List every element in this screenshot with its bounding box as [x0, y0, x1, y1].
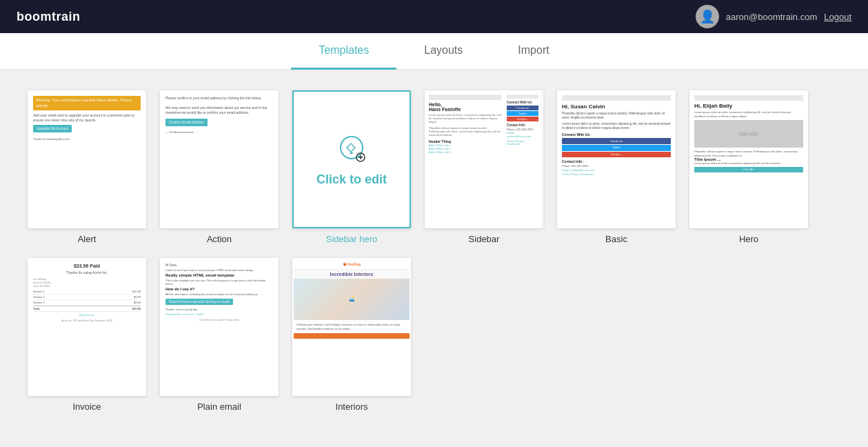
template-thumb-hero[interactable]: Hi, Elijah Baily Lorem ipsum dolor sit a… — [689, 90, 808, 228]
template-item-sidebar[interactable]: Hello,Hans Fastoffe Lorem ipsum dolor si… — [425, 90, 543, 244]
tab-layouts[interactable]: Layouts — [396, 33, 490, 70]
click-to-edit-text: Click to edit — [316, 172, 387, 187]
basic-contact-label: Contact Info: — [562, 159, 671, 164]
template-thumb-sidebar-hero[interactable]: Click to edit — [292, 90, 411, 228]
sidebar-side-panel: Connect With Us: Facebook Twitter Google… — [504, 92, 542, 227]
template-preview-alert: Warning: Your subscription requires thes… — [29, 92, 145, 146]
app-header: boomtrain 👤 aaron@boomtrain.com Logout — [0, 0, 868, 33]
hero-hi-text: Hi, Elijah Baily — [694, 103, 803, 109]
template-item-plain-email[interactable]: Hi Paris, I want to ask if you want to s… — [160, 258, 279, 412]
template-item-sidebar-hero[interactable]: Click to edit Sidebar hero — [292, 90, 411, 244]
template-thumb-action[interactable]: Please confirm in your email address by … — [160, 90, 279, 228]
basic-facebook-btn: Facebook — [562, 138, 671, 144]
template-preview-sidebar: Hello,Hans Fastoffe Lorem ipsum dolor si… — [426, 92, 542, 227]
plain-title: Really simple HTML email template — [165, 273, 273, 277]
sidebar-footer-links: Terms | Privacy | Unsubscribe — [507, 140, 538, 146]
invoice-row-3: Service 3$9.00 — [33, 300, 141, 306]
basic-google-btn: Google + — [562, 152, 671, 158]
hero-body-text3: Lorem ipsum dolor sit amet consectetur a… — [694, 161, 803, 166]
interiors-logo: 🦊 FoxDog — [343, 262, 361, 266]
template-preview-basic: Hi, Susan Caivin Phasellus dictum sapien… — [558, 92, 674, 180]
template-label-action: Action — [207, 234, 232, 244]
template-thumb-invoice[interactable]: $33.96 Paid Thanks for using Acme Inc. L… — [28, 258, 146, 396]
template-item-interiors[interactable]: 🦊 FoxDog Incredible Interiors 🛋️ Pellent… — [292, 258, 411, 412]
plain-hi: Hi Paris, — [165, 264, 273, 267]
sidebar-body-text: Lorem ipsum dolor sit amet, consectetur … — [429, 113, 501, 124]
template-label-sidebar: Sidebar — [469, 234, 500, 244]
template-preview-invoice: $33.96 Paid Thanks for using Acme Inc. L… — [29, 259, 145, 326]
template-thumb-plain-email[interactable]: Hi Paris, I want to ask if you want to s… — [160, 258, 279, 396]
basic-footer-links: Terms | Privacy | Unsubscribe — [562, 173, 671, 177]
plain-intro: I want to ask if you want to send a prop… — [165, 268, 273, 272]
template-preview-plain-email: Hi Paris, I want to ask if you want to s… — [161, 259, 277, 326]
hero-body-text: Lorem ipsum dolor sit amet, consectetur … — [694, 110, 803, 118]
invoice-row-2: Service 2$9.99 — [33, 295, 141, 300]
plain-button: Read the how-to and start clicking on em… — [165, 299, 233, 305]
invoice-footer-address: Acme Inc. 123 Jam Street San Francisco C… — [33, 319, 141, 322]
interiors-body: Pellentesque habitant morbi tristique se… — [294, 320, 410, 333]
plain-footer: Don't like these emails? Unsubscribe — [165, 319, 273, 321]
template-label-alert: Alert — [78, 234, 97, 244]
action-button: Confirm Email Address — [165, 119, 208, 126]
basic-hi-text: Hi, Susan Caivin — [562, 103, 671, 110]
invoice-row-1: Service 1$12.99 — [33, 289, 141, 295]
sidebar-hello-text: Hello,Hans Fastoffe — [429, 102, 501, 112]
invoice-total: Total$33.96 — [33, 306, 141, 312]
template-item-invoice[interactable]: $33.96 Paid Thanks for using Acme Inc. L… — [28, 258, 146, 412]
google-btn: Google + — [507, 117, 538, 121]
template-preview-interiors: 🦊 FoxDog Incredible Interiors 🛋️ Pellent… — [294, 259, 410, 395]
hero-click-btn: Click Me — [694, 167, 803, 172]
connect-label: Connect With Us: — [507, 101, 538, 104]
template-grid: Warning: Your subscription requires thes… — [28, 90, 840, 412]
logout-button[interactable]: Logout — [824, 12, 851, 22]
action-body-text: Please confirm in your email address by … — [165, 96, 273, 115]
plain-how: How do I use it? — [165, 287, 273, 291]
tab-import[interactable]: Import — [490, 33, 576, 70]
template-label-invoice: Invoice — [72, 401, 101, 412]
header-user-section: 👤 aaron@boomtrain.com Logout — [696, 5, 851, 28]
plain-thanks: Thanks, have a lovely day. — [165, 308, 273, 311]
basic-twitter-btn: Twitter — [562, 145, 671, 151]
template-preview-hero: Hi, Elijah Baily Lorem ipsum dolor sit a… — [691, 92, 807, 176]
tab-templates[interactable]: Templates — [291, 33, 396, 70]
hero-body-text2: Phasellus dictum sapien a neque luctus l… — [694, 150, 803, 157]
sidebar-body-text2: Phasellus dictum sapien a neque luctus l… — [429, 126, 501, 137]
nav-tabs: Templates Layouts Import — [0, 33, 868, 70]
facebook-btn: Facebook — [507, 106, 538, 110]
plain-link: Unsubscribe me from to Twitter — [165, 312, 273, 316]
template-label-hero: Hero — [739, 234, 758, 244]
sidebar-link3: Add a Plain Link » — [429, 150, 501, 154]
basic-connect-label: Connect With Us: — [562, 132, 671, 137]
twitter-btn: Twitter — [507, 111, 538, 116]
template-label-basic: Basic — [605, 234, 627, 244]
interiors-title: Incredible Interiors — [294, 270, 410, 279]
template-thumb-basic[interactable]: Hi, Susan Caivin Phasellus dictum sapien… — [557, 90, 676, 228]
basic-contact-email: Email: contact@lorem.com — [562, 168, 671, 172]
template-thumb-interiors[interactable]: 🦊 FoxDog Incredible Interiors 🛋️ Pellent… — [292, 258, 411, 396]
template-item-basic[interactable]: Hi, Susan Caivin Phasellus dictum sapien… — [557, 90, 676, 244]
contact-email: Email: contact@lorem.com — [507, 131, 538, 138]
invoice-thanks: Thanks for using Acme Inc. — [33, 270, 141, 275]
template-item-hero[interactable]: Hi, Elijah Baily Lorem ipsum dolor sit a… — [689, 90, 808, 244]
svg-point-0 — [341, 137, 363, 159]
interiors-header: 🦊 FoxDog — [294, 259, 410, 270]
alert-bar: Warning: Your subscription requires thes… — [33, 96, 141, 110]
template-item-alert[interactable]: Warning: Your subscription requires thes… — [28, 90, 146, 244]
template-label-sidebar-hero: Sidebar hero — [326, 234, 377, 244]
app-logo: boomtrain — [17, 10, 81, 24]
template-label-interiors: Interiors — [336, 401, 368, 412]
main-content: Warning: Your subscription requires thes… — [0, 70, 868, 447]
template-item-action[interactable]: Please confirm in your email address by … — [160, 90, 279, 244]
alert-button: Upgrade My Account — [33, 125, 72, 132]
user-email: aaron@boomtrain.com — [726, 12, 817, 22]
template-thumb-sidebar[interactable]: Hello,Hans Fastoffe Lorem ipsum dolor si… — [425, 90, 543, 228]
pencil-icon — [334, 132, 369, 167]
plain-desc: This is the template you can use. The so… — [165, 279, 273, 286]
avatar: 👤 — [696, 5, 719, 28]
action-footer: — The Awesomesauce — [165, 130, 273, 135]
hero-image: 580×300 — [694, 120, 803, 148]
plain-how-desc: All this information, including this ema… — [165, 292, 273, 296]
interiors-footer-bar — [294, 333, 410, 339]
click-to-edit-overlay: Click to edit — [294, 92, 410, 227]
template-thumb-alert[interactable]: Warning: Your subscription requires thes… — [28, 90, 146, 228]
